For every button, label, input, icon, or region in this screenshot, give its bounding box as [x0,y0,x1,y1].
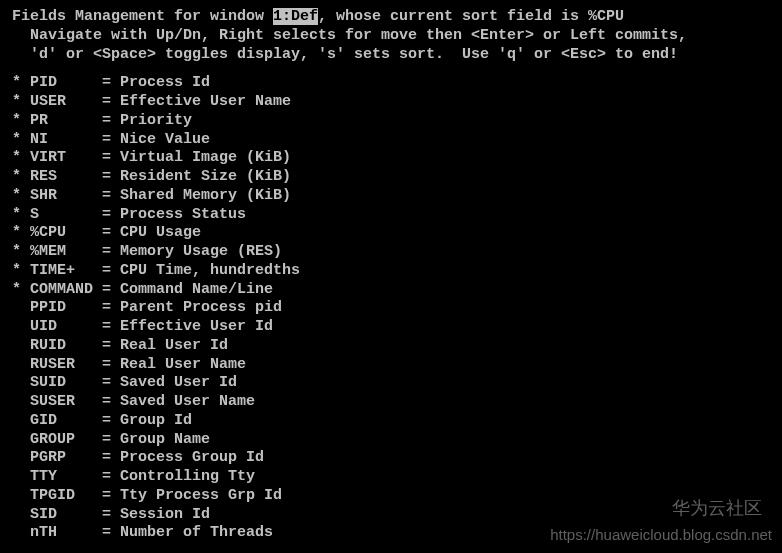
field-desc: CPU Usage [120,224,201,241]
field-row[interactable]: GROUP= Group Name [12,431,770,450]
field-desc: Group Name [120,431,210,448]
field-name: SUID [30,374,102,393]
field-name: GROUP [30,431,102,450]
field-desc: Effective User Id [120,318,273,335]
field-desc: Parent Process pid [120,299,282,316]
field-name: RUID [30,337,102,356]
field-row[interactable]: TPGID= Tty Process Grp Id [12,487,770,506]
field-row[interactable]: PPID= Parent Process pid [12,299,770,318]
field-name: SUSER [30,393,102,412]
field-desc: Group Id [120,412,192,429]
field-desc: Saved User Id [120,374,237,391]
field-row[interactable]: * COMMAND= Command Name/Line [12,281,770,300]
field-eq: = [102,262,120,281]
field-name: %CPU [30,224,102,243]
field-row[interactable]: SID= Session Id [12,506,770,525]
field-desc: Real User Name [120,356,246,373]
field-eq: = [102,393,120,412]
field-row[interactable]: GID= Group Id [12,412,770,431]
field-row[interactable]: * %MEM= Memory Usage (RES) [12,243,770,262]
field-row[interactable]: * %CPU= CPU Usage [12,224,770,243]
header-line-1: Fields Management for window 1:Def, whos… [12,8,770,27]
field-eq: = [102,524,120,543]
field-desc: Memory Usage (RES) [120,243,282,260]
field-name: TPGID [30,487,102,506]
field-desc: Process Group Id [120,449,264,466]
field-name: COMMAND [30,281,102,300]
field-eq: = [102,74,120,93]
field-name: S [30,206,102,225]
field-eq: = [102,206,120,225]
field-mark: * [12,281,30,300]
window-indicator: 1:Def [273,8,318,25]
field-desc: Number of Threads [120,524,273,541]
field-mark [12,374,30,393]
field-row[interactable]: * VIRT= Virtual Image (KiB) [12,149,770,168]
field-row[interactable]: SUSER= Saved User Name [12,393,770,412]
field-mark [12,449,30,468]
field-name: VIRT [30,149,102,168]
field-desc: Effective User Name [120,93,291,110]
field-mark [12,431,30,450]
field-desc: Tty Process Grp Id [120,487,282,504]
field-row[interactable]: UID= Effective User Id [12,318,770,337]
field-desc: Process Id [120,74,210,91]
field-eq: = [102,449,120,468]
field-mark [12,487,30,506]
field-mark [12,393,30,412]
field-eq: = [102,131,120,150]
field-eq: = [102,224,120,243]
field-eq: = [102,356,120,375]
field-eq: = [102,112,120,131]
header-suffix: , whose current sort field is %CPU [318,8,624,25]
field-mark: * [12,112,30,131]
field-row[interactable]: * NI= Nice Value [12,131,770,150]
field-eq: = [102,337,120,356]
field-list[interactable]: * PID= Process Id* USER= Effective User … [12,74,770,543]
field-desc: Session Id [120,506,210,523]
header-prefix: Fields Management for window [12,8,273,25]
field-desc: Nice Value [120,131,210,148]
field-eq: = [102,187,120,206]
field-mark: * [12,262,30,281]
field-name: NI [30,131,102,150]
field-name: PGRP [30,449,102,468]
field-eq: = [102,506,120,525]
field-row[interactable]: RUID= Real User Id [12,337,770,356]
field-mark [12,299,30,318]
field-eq: = [102,93,120,112]
field-name: GID [30,412,102,431]
field-row[interactable]: * RES= Resident Size (KiB) [12,168,770,187]
field-eq: = [102,431,120,450]
field-mark [12,506,30,525]
field-eq: = [102,281,120,300]
field-mark: * [12,224,30,243]
field-desc: Controlling Tty [120,468,255,485]
field-name: SID [30,506,102,525]
field-row[interactable]: RUSER= Real User Name [12,356,770,375]
field-name: nTH [30,524,102,543]
field-row[interactable]: * USER= Effective User Name [12,93,770,112]
field-name: RUSER [30,356,102,375]
header-line-3: 'd' or <Space> toggles display, 's' sets… [12,46,770,65]
field-row[interactable]: SUID= Saved User Id [12,374,770,393]
field-name: TTY [30,468,102,487]
field-row[interactable]: * PID= Process Id [12,74,770,93]
field-row[interactable]: PGRP= Process Group Id [12,449,770,468]
field-row[interactable]: * S= Process Status [12,206,770,225]
field-row[interactable]: * TIME+= CPU Time, hundredths [12,262,770,281]
field-row[interactable]: * PR= Priority [12,112,770,131]
field-mark [12,337,30,356]
field-eq: = [102,412,120,431]
field-eq: = [102,468,120,487]
field-eq: = [102,168,120,187]
field-desc: Saved User Name [120,393,255,410]
field-mark [12,412,30,431]
field-eq: = [102,318,120,337]
field-mark [12,356,30,375]
field-mark [12,318,30,337]
watermark-text-2: https://huaweicloud.blog.csdn.net [550,526,772,545]
field-row[interactable]: TTY= Controlling Tty [12,468,770,487]
field-eq: = [102,149,120,168]
field-row[interactable]: * SHR= Shared Memory (KiB) [12,187,770,206]
